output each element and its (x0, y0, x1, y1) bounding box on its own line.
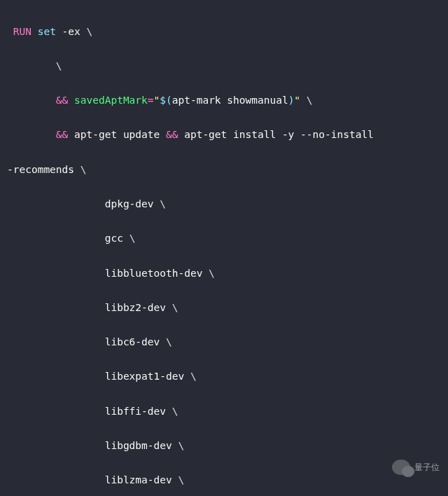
line-continuation: \ (178, 474, 184, 485)
token-quote: " (294, 95, 300, 106)
wechat-icon (392, 460, 410, 475)
token-subst-open: $( (160, 95, 172, 106)
line-continuation: \ (130, 233, 136, 244)
token-package: liblzma-dev (105, 474, 172, 485)
token-package: libffi-dev (105, 406, 166, 417)
code-line: libgdbm-dev \ (7, 437, 441, 455)
code-block: RUN set -ex \ \ && savedAptMark="$(apt-m… (0, 0, 448, 496)
line-continuation: \ (87, 26, 93, 37)
line-continuation: \ (56, 60, 62, 71)
code-line: libexpat1-dev \ (7, 368, 441, 385)
code-line: \ (7, 57, 441, 75)
token-package: gcc (105, 233, 123, 244)
code-line: libffi-dev \ (7, 403, 441, 420)
token-operator: && (56, 95, 68, 106)
token-cmd: apt-get update (74, 129, 160, 140)
code-line: RUN set -ex \ (7, 23, 441, 41)
token-flag: -ex (62, 26, 80, 37)
token-package: libgdbm-dev (105, 440, 172, 451)
line-continuation: \ (178, 440, 184, 451)
token-operator: && (166, 129, 178, 140)
code-line: dpkg-dev \ (7, 195, 441, 213)
token-package: libbz2-dev (105, 302, 166, 313)
watermark: 量子位 (392, 460, 440, 475)
token-package: dpkg-dev (105, 198, 154, 209)
token-operator: && (56, 129, 68, 140)
line-continuation: \ (172, 406, 178, 417)
token-subst-cmd: apt-mark showmanual (172, 95, 288, 106)
token-equals: = (148, 95, 154, 106)
code-line: && savedAptMark="$(apt-mark showmanual)"… (7, 92, 441, 109)
code-line: gcc \ (7, 230, 441, 247)
line-continuation: \ (307, 95, 313, 106)
code-line: && apt-get update && apt-get install -y … (7, 126, 441, 144)
line-continuation: \ (172, 302, 178, 313)
code-line: -recommends \ (7, 161, 441, 179)
token-keyword: RUN (13, 26, 31, 37)
token-package: libbluetooth-dev (105, 268, 203, 279)
line-continuation: \ (209, 268, 215, 279)
token-package: libexpat1-dev (105, 371, 185, 382)
token-cmd: apt-get install (184, 129, 276, 140)
code-line: liblzma-dev \ (7, 471, 441, 489)
token-quote: " (154, 95, 160, 106)
token-builtin: set (38, 26, 56, 37)
code-line: libc6-dev \ (7, 333, 441, 351)
token-flag: -recommends (7, 164, 74, 175)
code-line: libbluetooth-dev \ (7, 265, 441, 282)
line-continuation: \ (190, 371, 197, 382)
token-package: libc6-dev (105, 336, 160, 347)
line-continuation: \ (160, 198, 166, 209)
watermark-text: 量子位 (414, 460, 440, 474)
line-continuation: \ (80, 164, 87, 175)
line-continuation: \ (166, 336, 172, 347)
code-line: libbz2-dev \ (7, 299, 441, 317)
token-flag: -y --no-install (282, 129, 374, 140)
token-variable: savedAptMark (74, 95, 148, 106)
